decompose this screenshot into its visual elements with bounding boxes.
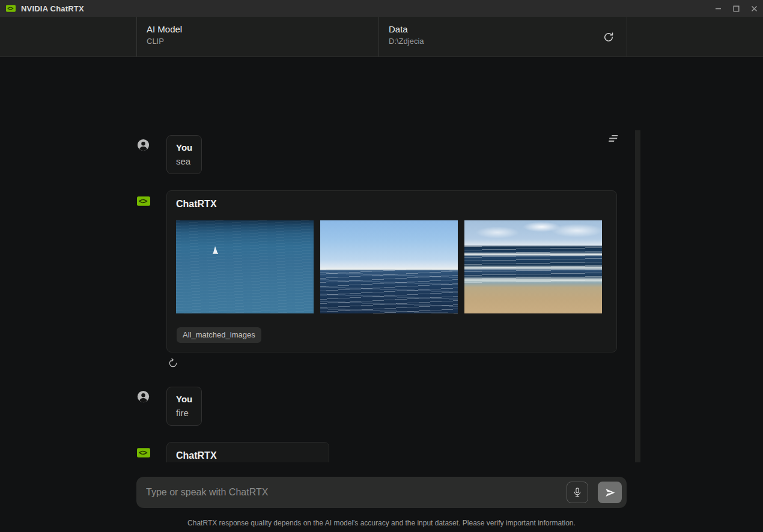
user-avatar-icon (137, 139, 150, 151)
ai-model-value: CLIP (147, 37, 378, 46)
assistant-sender: ChatRTX (176, 199, 217, 210)
nvidia-avatar-icon (137, 196, 150, 206)
titlebar: NVIDIA ChatRTX (0, 0, 763, 17)
nvidia-avatar-icon (137, 448, 150, 458)
minimize-button[interactable] (709, 0, 727, 17)
maximize-button[interactable] (727, 0, 745, 17)
assistant-sender: ChatRTX (176, 450, 217, 461)
data-path-value: D:\Zdjecia (389, 37, 627, 46)
user-avatar-icon (137, 390, 150, 403)
message-text: fire (176, 408, 192, 418)
result-image-sea-beach[interactable] (464, 220, 602, 313)
scrollbar-track[interactable] (635, 130, 640, 462)
chat-scroll-area[interactable]: You sea ChatRTX All_matched_images (0, 57, 763, 462)
disclaimer-text: ChatRTX response quality depends on the … (0, 519, 763, 527)
assistant-message: ChatRTX (166, 442, 329, 462)
result-image-row (176, 220, 602, 313)
composer-bar (136, 477, 627, 508)
window-controls (709, 0, 763, 17)
nvidia-logo-icon (6, 5, 16, 12)
result-image-sea-sailboat[interactable] (176, 220, 314, 313)
user-message: You sea (166, 135, 202, 174)
message-sender: You (176, 394, 192, 404)
refresh-data-icon[interactable] (603, 31, 615, 43)
sailboat-shape (213, 246, 217, 253)
close-button[interactable] (745, 0, 763, 17)
data-label: Data (389, 24, 627, 34)
chat-input[interactable] (146, 477, 561, 508)
settings-header: AI Model CLIP Data D:\Zdjecia (0, 17, 763, 57)
ai-model-section[interactable]: AI Model CLIP (136, 17, 378, 56)
data-section[interactable]: Data D:\Zdjecia (378, 17, 627, 56)
send-button[interactable] (598, 482, 622, 503)
window-title: NVIDIA ChatRTX (21, 4, 84, 13)
chat-options-icon[interactable] (607, 133, 620, 144)
all-matched-images-button[interactable]: All_matched_images (177, 327, 261, 343)
message-text: sea (176, 156, 192, 166)
ai-model-label: AI Model (147, 24, 378, 34)
user-message: You fire (166, 387, 202, 426)
assistant-message: ChatRTX All_matched_images (166, 190, 617, 352)
message-sender: You (176, 142, 192, 153)
regenerate-icon[interactable] (168, 358, 178, 371)
result-image-sea-horizon[interactable] (320, 220, 458, 313)
divider (627, 17, 627, 56)
microphone-button[interactable] (567, 482, 588, 503)
